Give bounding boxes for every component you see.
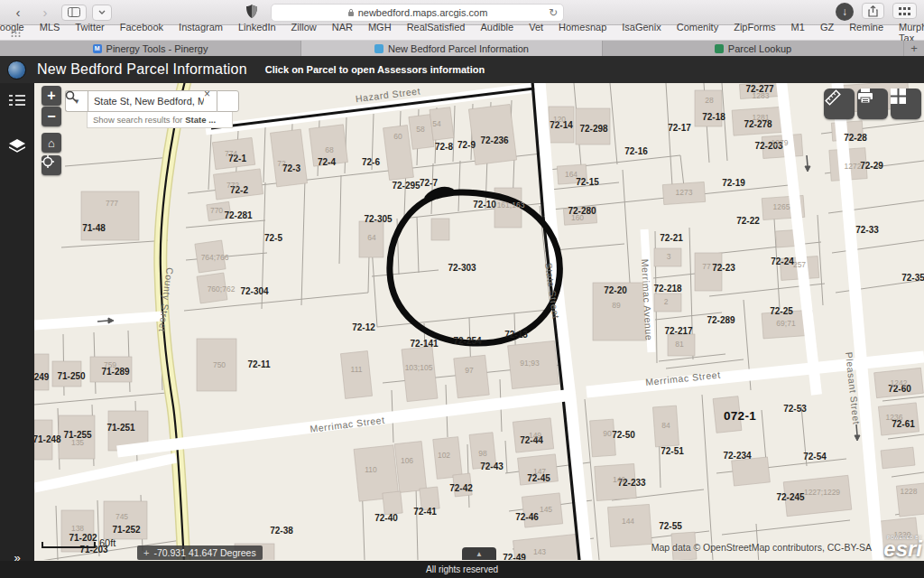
sidebar-icon (68, 7, 80, 17)
privacy-shield-button[interactable] (245, 4, 258, 23)
crosshair-icon[interactable]: + (143, 547, 149, 558)
map-attribution: Map data © OpenStreetMap contributors, C… (651, 542, 872, 553)
browser-tab[interactable]: MPinergy Tools - Pinergy (0, 41, 301, 56)
tab-label: Pinergy Tools - Pinergy (106, 43, 208, 54)
tab-group-chevron-button[interactable] (92, 5, 112, 21)
suggestion-term: State ... (185, 115, 216, 125)
locate-icon (42, 155, 54, 168)
printer-icon (857, 89, 873, 104)
home-button[interactable]: ⌂ (42, 133, 61, 153)
page-title: New Bedford Parcel Information (37, 61, 247, 78)
esri-text: esri (883, 540, 922, 557)
share-icon (868, 5, 878, 17)
map-canvas[interactable]: Hazard StreetCounty StreetState StreetMe… (34, 83, 924, 560)
search-icon (65, 90, 77, 102)
legend-button[interactable] (0, 94, 34, 107)
scale-bar: 60ft (42, 537, 116, 548)
page-subtitle: Click on Parcel to open Assessors inform… (265, 64, 485, 75)
ruler-icon (824, 89, 842, 107)
tab-favicon: M (93, 44, 102, 53)
zoom-out-button[interactable]: − (42, 107, 61, 126)
lock-icon (347, 8, 355, 17)
tab-overview-button[interactable] (892, 3, 917, 19)
basemap-gallery-button[interactable] (891, 89, 921, 119)
legend-icon (9, 94, 25, 107)
measure-button[interactable] (824, 89, 855, 119)
layers-button[interactable] (0, 139, 34, 154)
scale-line (42, 542, 96, 548)
layers-icon (9, 139, 25, 154)
app-logo (7, 61, 26, 79)
back-button[interactable]: ‹ (7, 5, 29, 21)
footer-text: All rights reserved (426, 564, 498, 574)
tab-favicon (715, 44, 724, 53)
tab-bar: MPinergy Tools - PinergyNew Bedford Parc… (0, 41, 924, 56)
search-button[interactable] (217, 90, 239, 112)
map-sidebar: » (0, 83, 34, 561)
search-input[interactable] (88, 90, 217, 112)
browser-tab[interactable]: Parcel Lookup (603, 41, 904, 56)
sidebar-toggle-button[interactable] (61, 5, 87, 21)
chevron-down-icon (98, 10, 106, 14)
bookmarks-bar: GoogleMLSTwitterFacebookInstagramLinkedI… (0, 25, 924, 41)
suggestion-prefix: Show search results for (93, 115, 182, 125)
esri-logo: POWERED BY esri (883, 535, 922, 557)
tab-label: Parcel Lookup (728, 43, 791, 54)
shield-icon (245, 4, 258, 19)
coordinates-widget: + -70.931 41.647 Degrees (137, 545, 263, 560)
page-footer: All rights reserved (0, 561, 924, 578)
coordinates-text: -70.931 41.647 Degrees (153, 547, 255, 558)
browser-tab[interactable]: New Bedford Parcel Information (301, 41, 603, 56)
zoom-in-button[interactable]: + (42, 86, 61, 106)
search-clear-icon[interactable]: × (204, 88, 210, 100)
reload-icon[interactable]: ↻ (549, 6, 558, 19)
print-button[interactable] (857, 89, 888, 119)
map-graphics (34, 83, 924, 560)
url-text: newbedford.maps.arcgis.com (358, 7, 488, 18)
new-tab-button[interactable]: + (904, 41, 924, 56)
scale-label: 60ft (99, 537, 116, 548)
locate-button[interactable] (42, 155, 61, 175)
downloads-button[interactable]: ↓ (836, 3, 854, 21)
bookmark-grid-icon[interactable] (11, 29, 22, 37)
search-suggestion[interactable]: Show search results for State ... (87, 112, 233, 128)
share-button[interactable] (862, 3, 884, 19)
search-widget: ▾ (65, 90, 239, 112)
tab-grid-icon (899, 7, 910, 15)
app-header: New Bedford Parcel Information Click on … (0, 56, 924, 83)
basemap-grid-icon (891, 89, 906, 104)
attribute-table-expander[interactable]: ▲ (462, 547, 496, 560)
forward-button[interactable]: › (34, 5, 56, 21)
browser-window: ‹ › newbedford.maps.arcgis.com ↻ ↓ (0, 0, 924, 578)
tab-favicon (374, 44, 383, 53)
tab-label: New Bedford Parcel Information (388, 43, 529, 54)
url-bar[interactable]: newbedford.maps.arcgis.com ↻ (271, 4, 564, 22)
